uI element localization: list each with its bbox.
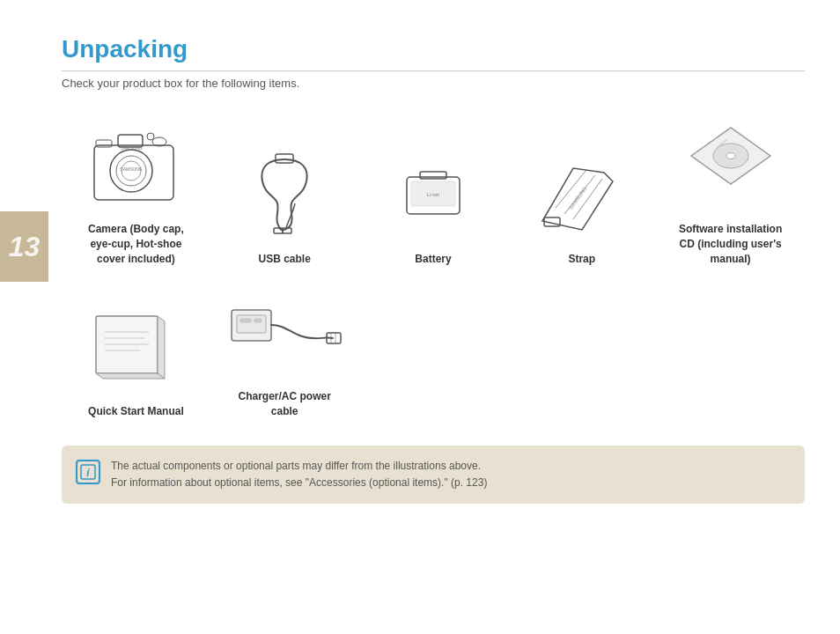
charger-image xyxy=(223,284,346,380)
usb-image xyxy=(249,146,320,243)
note-line-2: For information about optional items, se… xyxy=(111,475,487,491)
item-battery: Li-ion Battery xyxy=(359,146,508,267)
battery-image: Li-ion xyxy=(394,146,473,243)
manual-image xyxy=(87,299,184,395)
cd-label: Software installation CD (including user… xyxy=(674,222,788,266)
item-usb: USB cable xyxy=(210,146,359,267)
item-cd: Software installation CD (including user… xyxy=(656,116,805,266)
svg-point-26 xyxy=(726,153,735,159)
svg-text:SAMSUNG: SAMSUNG xyxy=(121,166,143,172)
item-manual: Quick Start Manual xyxy=(62,299,210,419)
svg-rect-14 xyxy=(420,172,446,179)
svg-text:i: i xyxy=(86,467,90,479)
strap-image: SAMSUNG xyxy=(525,146,639,243)
svg-text:Li-ion: Li-ion xyxy=(427,192,440,197)
note-text-container: The actual components or optional parts … xyxy=(111,458,487,491)
note-icon: i xyxy=(76,460,100,484)
items-row-1: SAMSUNG SAMSUNG Camera (Body cap, eye-cu… xyxy=(62,116,805,266)
svg-rect-33 xyxy=(237,315,266,333)
main-content: Unpacking Check your product box for the… xyxy=(62,0,805,504)
page-title: Unpacking xyxy=(62,35,805,71)
item-camera: SAMSUNG SAMSUNG Camera (Body cap, eye-cu… xyxy=(62,116,210,266)
note-box: i The actual components or optional part… xyxy=(62,446,805,504)
usb-label: USB cable xyxy=(259,252,311,267)
svg-rect-34 xyxy=(240,319,251,322)
svg-point-9 xyxy=(147,133,154,140)
camera-image: SAMSUNG SAMSUNG xyxy=(87,116,184,213)
svg-rect-8 xyxy=(96,140,112,147)
svg-rect-35 xyxy=(254,319,262,322)
charger-label: Charger/AC power cable xyxy=(227,389,342,419)
camera-label: Camera (Body cap, eye-cup, Hot-shoe cove… xyxy=(78,222,193,266)
item-strap: SAMSUNG Strap xyxy=(507,146,656,267)
page-subtitle: Check your product box for the following… xyxy=(62,77,805,90)
item-charger: Charger/AC power cable xyxy=(210,284,359,419)
items-row-2: Quick Start Manual xyxy=(62,284,805,419)
cd-image xyxy=(678,116,784,213)
page-number-sidebar: 13 xyxy=(0,211,48,282)
svg-text:SAMSUNG: SAMSUNG xyxy=(121,145,143,151)
battery-label: Battery xyxy=(415,252,451,267)
strap-label: Strap xyxy=(568,252,595,267)
page-number: 13 xyxy=(9,231,41,263)
note-line-1: The actual components or optional parts … xyxy=(111,458,487,475)
manual-label: Quick Start Manual xyxy=(88,404,184,419)
